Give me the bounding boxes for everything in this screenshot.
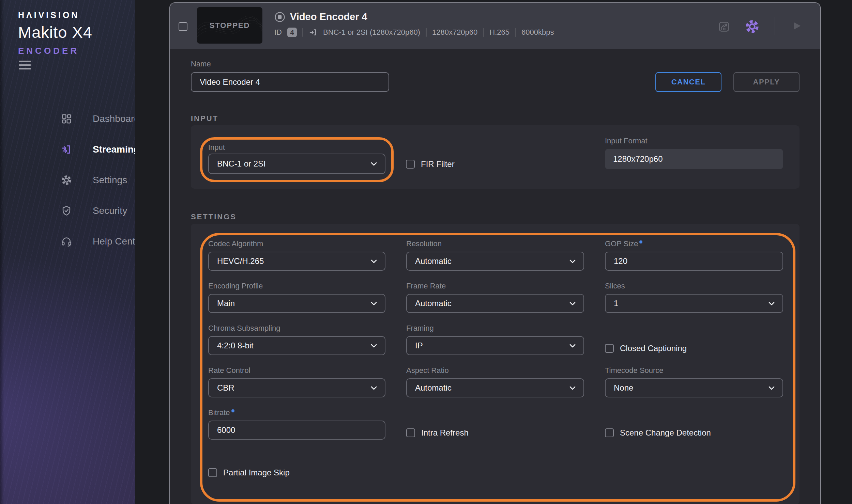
resolution-field: Resolution Automatic bbox=[406, 239, 584, 271]
bitrate-field: Bitrate 6000 bbox=[208, 408, 385, 440]
frame-rate-field: Frame Rate Automatic bbox=[406, 281, 584, 313]
aspect-ratio-field: Aspect Ratio Automatic bbox=[406, 366, 584, 397]
rate-control-select[interactable]: CBR bbox=[208, 378, 385, 397]
divider bbox=[302, 28, 303, 37]
product-name: Makito X4 bbox=[18, 23, 92, 42]
encoding-profile-select[interactable]: Main bbox=[208, 294, 385, 313]
aspect-ratio-select[interactable]: Automatic bbox=[406, 378, 584, 397]
encoder-panel: STOPPED Video Encoder 4 ID 4 bbox=[169, 2, 821, 504]
slices-field: Slices 1 bbox=[605, 281, 783, 313]
page-title: Video Encoder 4 bbox=[290, 11, 367, 22]
encoder-header: STOPPED Video Encoder 4 ID 4 bbox=[170, 3, 820, 49]
sidebar: HΛIVISION Makito X4 ENCODER Dashboard bbox=[0, 0, 135, 504]
name-input[interactable]: Video Encoder 4 bbox=[191, 72, 389, 92]
sidebar-item-dashboard[interactable]: Dashboard bbox=[0, 104, 135, 134]
chevron-down-icon bbox=[370, 299, 378, 308]
stopped-circle-square-icon bbox=[274, 12, 285, 22]
checkbox-box bbox=[406, 428, 415, 437]
play-icon[interactable] bbox=[791, 20, 803, 32]
sidebar-nav: Dashboard Streaming Setting bbox=[0, 104, 135, 257]
divider bbox=[483, 28, 484, 37]
chevron-down-icon bbox=[568, 299, 577, 308]
input-source-icon bbox=[309, 28, 318, 37]
divider bbox=[775, 17, 775, 35]
chevron-down-icon bbox=[370, 160, 378, 168]
meta-bitrate: 6000kbps bbox=[521, 28, 554, 37]
dashboard-grid-icon bbox=[61, 113, 72, 125]
bitrate-input[interactable]: 6000 bbox=[208, 421, 385, 440]
fir-filter-checkbox[interactable]: FIR Filter bbox=[406, 159, 455, 169]
intra-refresh-checkbox[interactable]: Intra Refresh bbox=[406, 408, 584, 440]
chroma-subsampling-select[interactable]: 4:2:0 8-bit bbox=[208, 336, 385, 355]
encoder-form: Name Video Encoder 4 CANCEL APPLY INPUT … bbox=[170, 49, 820, 504]
brand-name: HΛIVISION bbox=[18, 10, 92, 20]
streaming-input-icon bbox=[61, 144, 72, 155]
gear-icon[interactable] bbox=[744, 19, 760, 34]
sidebar-item-settings[interactable]: Settings bbox=[0, 165, 135, 195]
chevron-down-icon bbox=[767, 384, 776, 392]
resolution-select[interactable]: Automatic bbox=[406, 252, 584, 271]
chevron-down-icon bbox=[568, 257, 577, 265]
settings-section-title: SETTINGS bbox=[191, 212, 800, 222]
meta-input-source: BNC-1 or 2SI (1280x720p60) bbox=[323, 28, 420, 37]
input-format-value: 1280x720p60 bbox=[605, 149, 783, 169]
menu-toggle-icon[interactable] bbox=[19, 61, 31, 69]
rate-control-field: Rate Control CBR bbox=[208, 366, 385, 397]
chevron-down-icon bbox=[370, 257, 378, 265]
codec-algorithm-select[interactable]: HEVC/H.265 bbox=[208, 252, 385, 271]
required-dot bbox=[639, 240, 642, 243]
closed-captioning-checkbox[interactable]: Closed Captioning bbox=[605, 324, 783, 355]
slices-select[interactable]: 1 bbox=[605, 294, 783, 313]
divider bbox=[515, 28, 516, 37]
input-format-field-group: Input Format 1280x720p60 bbox=[605, 136, 783, 169]
chroma-subsampling-field: Chroma Subsampling 4:2:0 8-bit bbox=[208, 324, 385, 355]
brand-logo: HΛIVISION Makito X4 ENCODER bbox=[18, 10, 92, 56]
id-badge: 4 bbox=[287, 28, 297, 37]
checkbox-box bbox=[605, 344, 614, 353]
framing-field: Framing IP bbox=[406, 324, 584, 355]
checkbox-box bbox=[605, 428, 614, 437]
sidebar-item-help-center[interactable]: Help Center bbox=[0, 226, 135, 257]
cancel-button[interactable]: CANCEL bbox=[655, 72, 721, 92]
sidebar-item-security[interactable]: Security bbox=[0, 195, 135, 226]
frame-rate-select[interactable]: Automatic bbox=[406, 294, 584, 313]
meta-codec: H.265 bbox=[489, 28, 509, 37]
checkbox-box bbox=[406, 160, 415, 169]
input-label: Input bbox=[208, 143, 391, 152]
name-label: Name bbox=[191, 59, 800, 69]
status-badge: STOPPED bbox=[210, 21, 250, 30]
gear-icon bbox=[61, 174, 72, 186]
input-card: Input BNC-1 or 2SI FIR Filter Input Form… bbox=[191, 125, 800, 189]
preview-thumbnail: STOPPED bbox=[197, 7, 262, 44]
chevron-down-icon bbox=[370, 342, 378, 350]
chevron-down-icon bbox=[568, 384, 577, 392]
apply-button[interactable]: APPLY bbox=[733, 72, 800, 92]
product-role: ENCODER bbox=[18, 46, 92, 56]
input-select[interactable]: BNC-1 or 2SI bbox=[208, 154, 385, 174]
encoder-title-block: Video Encoder 4 ID 4 BNC-1 or 2SI (1280x… bbox=[274, 11, 554, 37]
divider bbox=[426, 28, 427, 37]
scene-change-detection-checkbox[interactable]: Scene Change Detection bbox=[605, 408, 783, 440]
input-section-title: INPUT bbox=[191, 114, 800, 123]
chevron-down-icon bbox=[767, 299, 776, 308]
statistics-icon[interactable] bbox=[717, 20, 730, 33]
id-label: ID bbox=[274, 28, 282, 37]
timecode-source-select[interactable]: None bbox=[605, 378, 783, 397]
input-highlight-ring: Input BNC-1 or 2SI bbox=[200, 137, 394, 182]
sidebar-item-streaming[interactable]: Streaming bbox=[0, 134, 135, 165]
chevron-down-icon bbox=[568, 342, 577, 350]
chevron-down-icon bbox=[370, 384, 378, 392]
encoder-select-checkbox[interactable] bbox=[179, 22, 187, 31]
framing-select[interactable]: IP bbox=[406, 336, 584, 355]
encoding-profile-field: Encoding Profile Main bbox=[208, 281, 385, 313]
settings-highlight-ring: Codec Algorithm HEVC/H.265 Resolution Au… bbox=[200, 233, 795, 502]
settings-card: Codec Algorithm HEVC/H.265 Resolution Au… bbox=[191, 224, 800, 504]
checkbox-box bbox=[208, 468, 217, 477]
timecode-source-field: Timecode Source None bbox=[605, 366, 783, 397]
gop-size-input[interactable]: 120 bbox=[605, 252, 783, 271]
shield-check-icon bbox=[61, 205, 72, 217]
meta-resolution: 1280x720p60 bbox=[432, 28, 477, 37]
partial-image-skip-checkbox[interactable]: Partial Image Skip bbox=[208, 450, 385, 477]
encoder-meta: ID 4 BNC-1 or 2SI (1280x720p60) 1280x720… bbox=[274, 28, 554, 37]
codec-algorithm-field: Codec Algorithm HEVC/H.265 bbox=[208, 239, 385, 271]
